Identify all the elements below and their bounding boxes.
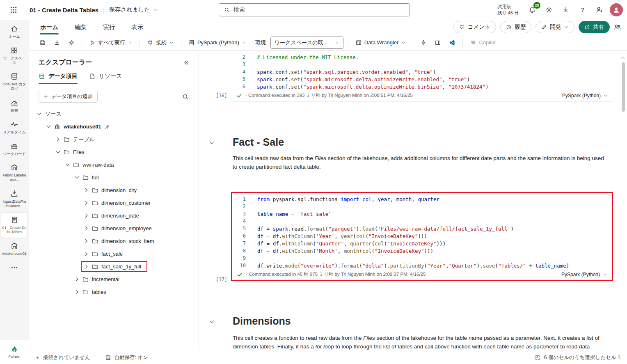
- rail-item-OneLake カタログ[interactable]: OneLake カタログ: [0, 69, 29, 94]
- chevron-right-icon[interactable]: [74, 289, 80, 295]
- settings-button[interactable]: [542, 3, 556, 16]
- save-status-menu[interactable]: 保存されました: [109, 6, 158, 14]
- tree-item-incremental[interactable]: incremental: [29, 273, 199, 286]
- rail-item-label: 01 - Create Delta Tables: [2, 226, 27, 235]
- tree-item-wwi-raw-data[interactable]: wwi-raw-data: [29, 158, 199, 171]
- app-launcher-icon[interactable]: [10, 6, 17, 14]
- share-button[interactable]: 共有: [579, 21, 610, 33]
- rail-item-wilakehouse01[interactable]: wilakehouse01: [0, 238, 29, 259]
- chevron-down-icon[interactable]: [64, 162, 71, 168]
- explorer-tab-データ項目[interactable]: データ項目: [39, 73, 78, 84]
- rail-item-ワークロード[interactable]: ワークロード: [0, 139, 29, 160]
- tree-item-ソース[interactable]: ソース: [29, 108, 199, 120]
- help-button[interactable]: ?: [576, 3, 589, 16]
- cell-language-picker[interactable]: PySpark (Python): [562, 93, 608, 98]
- vscode-button[interactable]: [446, 37, 458, 49]
- chevron-right-icon[interactable]: [83, 251, 89, 257]
- chevron-down-icon[interactable]: [74, 174, 80, 181]
- explorer-search-icon[interactable]: [182, 94, 189, 100]
- search-placeholder: 検索: [233, 6, 245, 14]
- tree-item-dimension_stock_item[interactable]: dimension_stock_item: [29, 235, 199, 247]
- tree-item-テーブル[interactable]: テーブル: [29, 133, 199, 146]
- language-picker[interactable]: PySpark (Python): [186, 37, 249, 49]
- document-title[interactable]: 01 - Create Delta Tables: [30, 7, 98, 14]
- tree-item-tables[interactable]: tables: [29, 286, 199, 298]
- tree-item-full[interactable]: full: [29, 171, 199, 184]
- ribbon-tab-表示[interactable]: 表示: [130, 21, 144, 33]
- code-line: 4spark.conf.set("spark.sql.parquet.vorde…: [231, 68, 613, 76]
- tree-item-label: dimension_date: [101, 213, 139, 219]
- onelake-icon: [10, 72, 18, 80]
- rail-item-ワークスペース[interactable]: ワークスペース: [0, 43, 29, 69]
- tree-item-wilakehouse01[interactable]: wilakehouse01: [29, 120, 199, 133]
- develop-label: 開発: [550, 23, 561, 31]
- code-editor[interactable]: 2# Licensed under the MIT License.34spar…: [231, 51, 613, 90]
- save-button[interactable]: [37, 37, 48, 49]
- chevron-right-icon[interactable]: [83, 238, 89, 244]
- collapse-section-icon[interactable]: [208, 140, 215, 146]
- explorer-tab-リソース[interactable]: リソース: [89, 73, 122, 84]
- environment-select[interactable]: ワークスペースの既...: [270, 37, 343, 49]
- people-icon[interactable]: [614, 23, 621, 31]
- chevron-down-icon[interactable]: [55, 149, 61, 155]
- develop-button[interactable]: 開発: [535, 21, 574, 33]
- rail-item-01 - Create Delta Tables[interactable]: 01 - Create Delta Tables: [1, 213, 27, 238]
- data-wrangler-button[interactable]: Data Wrangler: [353, 37, 409, 49]
- copilot-button[interactable]: Copilot: [467, 37, 498, 49]
- export-button[interactable]: [51, 37, 63, 49]
- tree-item-fact_sale_1y_full[interactable]: fact_sale_1y_full: [29, 260, 199, 273]
- comment-button[interactable]: コメント: [453, 21, 496, 33]
- notifications-button[interactable]: 25: [526, 3, 539, 16]
- history-button[interactable]: 履歴: [500, 21, 531, 33]
- code-cell-17-selected[interactable]: 1from pyspark.sql.functions import col, …: [231, 192, 613, 281]
- tree-item-dimension_date[interactable]: dimension_date: [29, 209, 199, 222]
- folder-icon: [73, 161, 80, 168]
- feedback-button[interactable]: [593, 3, 606, 16]
- pin-icon[interactable]: [104, 124, 110, 130]
- chevron-right-icon[interactable]: [83, 263, 89, 270]
- collapse-panel-icon[interactable]: [183, 60, 190, 66]
- rail-item-ホーム[interactable]: ホーム: [0, 21, 29, 42]
- chevron-right-icon[interactable]: [83, 187, 89, 193]
- rail-item-監視[interactable]: 監視: [0, 95, 29, 116]
- tree-item-dimension_employee[interactable]: dimension_employee: [29, 222, 199, 235]
- tree-item-fact_sale[interactable]: fact_sale: [29, 247, 199, 260]
- collapse-section-icon[interactable]: [208, 318, 215, 325]
- notebook-settings-button[interactable]: [66, 37, 77, 49]
- selection-icon: [535, 355, 541, 361]
- cell-language-picker[interactable]: PySpark (Python): [561, 272, 607, 277]
- ribbon-tab-実行[interactable]: 実行: [102, 21, 116, 33]
- ribbon-tab-ホーム[interactable]: ホーム: [39, 21, 59, 33]
- downloads-button[interactable]: [559, 3, 572, 16]
- chevron-right-icon[interactable]: [55, 136, 61, 142]
- notebook-scrollbar[interactable]: [620, 51, 626, 351]
- chevron-right-icon[interactable]: [83, 213, 89, 219]
- rail-item-more[interactable]: [0, 260, 29, 275]
- ribbon-tab-編集[interactable]: 編集: [74, 21, 87, 33]
- chevron-right-icon[interactable]: [74, 276, 80, 282]
- tree-item-Files[interactable]: Files: [29, 146, 199, 158]
- rail-item-リアルタイム[interactable]: リアルタイム: [0, 117, 29, 138]
- search-input[interactable]: 検索: [219, 3, 410, 16]
- tree-item-label: fact_sale: [101, 251, 123, 257]
- code-editor[interactable]: 1from pyspark.sql.functions import col, …: [232, 193, 612, 269]
- scroll-up-icon[interactable]: [620, 55, 626, 60]
- run-all-button[interactable]: すべて実行: [87, 37, 135, 49]
- chevron-down-icon[interactable]: [46, 124, 52, 130]
- tree-item-dimension_customer[interactable]: dimension_customer: [29, 197, 199, 209]
- add-data-item-button[interactable]: データ項目の追加: [39, 91, 98, 103]
- chevron-down-icon[interactable]: [36, 111, 42, 117]
- session-button[interactable]: [418, 37, 429, 49]
- layout-button[interactable]: [432, 37, 444, 49]
- chevron-right-icon[interactable]: [83, 200, 89, 206]
- scrollbar-thumb[interactable]: [622, 62, 625, 112]
- fabric-brand[interactable]: Fabric: [0, 340, 29, 364]
- account-avatar[interactable]: [610, 3, 623, 16]
- rail-item-IngestDataFromSource...[interactable]: IngestDataFromSource...: [0, 186, 29, 212]
- rail-item-Fabric Lakehouse...[interactable]: Fabric Lakehouse...: [0, 160, 29, 185]
- code-cell-16[interactable]: 2# Licensed under the MIT License.34spar…: [231, 51, 613, 102]
- chevron-right-icon[interactable]: [83, 225, 89, 231]
- autosave-status[interactable]: 自動保存: オン: [105, 354, 149, 361]
- connect-button[interactable]: 接続: [144, 37, 176, 49]
- tree-item-dimension_city[interactable]: dimension_city: [29, 184, 199, 197]
